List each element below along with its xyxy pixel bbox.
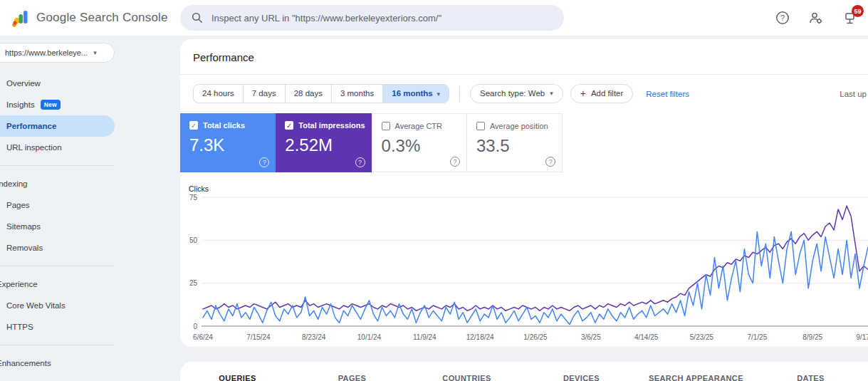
- url-inspect-search-bar[interactable]: [180, 5, 564, 31]
- svg-text:6/6/24: 6/6/24: [193, 333, 213, 341]
- plus-icon: +: [580, 85, 586, 103]
- app-logo: Google Search Console: [10, 8, 168, 28]
- sidebar-item-sitemaps[interactable]: Sitemaps: [0, 216, 121, 237]
- help-icon[interactable]: ?: [450, 157, 460, 167]
- sidebar-item-pages[interactable]: Pages: [0, 194, 121, 216]
- svg-text:5/23/25: 5/23/25: [690, 333, 714, 341]
- dimensions-table-card: QUERIES PAGES COUNTRIES DEVICES SEARCH A…: [180, 362, 868, 381]
- user-settings-icon: [808, 10, 824, 26]
- checkbox-unchecked-icon[interactable]: [476, 122, 485, 130]
- divider: [0, 165, 114, 166]
- notification-count-badge: 59: [852, 5, 864, 17]
- svg-text:1/26/25: 1/26/25: [523, 333, 548, 341]
- metric-tile-total-clicks[interactable]: ✓ Total clicks 7.3K ?: [180, 113, 276, 172]
- date-range-24-hours[interactable]: 24 hours: [194, 85, 243, 103]
- sidebar-item-amp[interactable]: AMP: [0, 374, 121, 381]
- filter-toolbar: 24 hours 7 days 28 days 3 months 16 mont…: [193, 84, 867, 103]
- y-axis-title: Clicks: [189, 184, 868, 193]
- divider: [0, 345, 114, 345]
- search-console-logo-icon: [10, 8, 30, 28]
- svg-text:7/1/25: 7/1/25: [747, 333, 767, 341]
- help-icon: ?: [775, 11, 790, 25]
- metric-value: 2.52M: [285, 135, 371, 155]
- divider: [180, 74, 868, 75]
- tab-pages[interactable]: PAGES: [295, 374, 409, 381]
- chevron-down-icon: ▾: [550, 85, 553, 103]
- metric-tile-average-ctr[interactable]: Average CTR 0.3% ?: [372, 113, 467, 172]
- sidebar-item-https[interactable]: HTTPS: [0, 316, 121, 338]
- svg-text:75: 75: [189, 194, 198, 202]
- sidebar: https://www.berkeleye... ▾ Overview Insi…: [0, 36, 180, 381]
- tab-countries[interactable]: COUNTRIES: [409, 374, 524, 381]
- metric-value: 0.3%: [382, 136, 466, 156]
- metric-value: 33.5: [476, 136, 562, 156]
- svg-text:11/9/24: 11/9/24: [413, 333, 436, 341]
- date-range-7-days[interactable]: 7 days: [243, 85, 285, 103]
- performance-panel: Performance 24 hours 7 days 28 days 3 mo…: [180, 39, 868, 347]
- metric-value: 7.3K: [189, 135, 276, 155]
- sidebar-item-core-web-vitals[interactable]: Core Web Vitals: [0, 295, 121, 316]
- metric-tile-average-position[interactable]: Average position 33.5 ?: [467, 113, 563, 172]
- performance-chart: Clicks 75502506/6/247/15/248/23/2410/1/2…: [180, 184, 868, 345]
- last-updated-text: Last up: [840, 90, 867, 98]
- checkbox-checked-icon[interactable]: ✓: [189, 121, 198, 130]
- property-selector[interactable]: https://www.berkeleye... ▾: [0, 43, 115, 63]
- user-settings-button[interactable]: [805, 6, 827, 29]
- add-filter-button[interactable]: + Add filter: [570, 84, 634, 103]
- svg-text:3/6/25: 3/6/25: [581, 333, 601, 341]
- svg-text:?: ?: [780, 14, 785, 22]
- checkbox-unchecked-icon[interactable]: [382, 122, 390, 130]
- tab-search-appearance[interactable]: SEARCH APPEARANCE: [639, 374, 753, 381]
- sidebar-section-experience: Experience: [0, 273, 121, 295]
- sidebar-item-insights[interactable]: Insights New: [0, 94, 121, 115]
- svg-text:9/17/25: 9/17/25: [856, 333, 868, 341]
- chevron-down-icon: ▾: [93, 49, 97, 56]
- search-type-dropdown[interactable]: Search type: Web ▾: [470, 84, 563, 103]
- date-range-16-months[interactable]: 16 months ▾: [382, 85, 449, 103]
- date-range-28-days[interactable]: 28 days: [285, 85, 331, 103]
- clicks-impressions-line-chart[interactable]: 75502506/6/247/15/248/23/2410/1/2411/9/2…: [180, 194, 868, 345]
- date-range-3-months[interactable]: 3 months: [331, 85, 382, 103]
- announcements-button[interactable]: 59: [838, 6, 861, 29]
- help-icon[interactable]: ?: [355, 157, 365, 167]
- svg-text:25: 25: [189, 279, 198, 287]
- svg-text:4/14/25: 4/14/25: [634, 333, 659, 341]
- svg-text:12/18/24: 12/18/24: [466, 333, 494, 341]
- search-icon: [192, 12, 203, 24]
- svg-text:10/1/24: 10/1/24: [357, 333, 382, 341]
- tab-devices[interactable]: DEVICES: [524, 374, 639, 381]
- app-title: Google Search Console: [36, 11, 168, 25]
- sidebar-item-overview[interactable]: Overview: [0, 73, 121, 94]
- sidebar-item-url-inspection[interactable]: URL inspection: [0, 137, 121, 158]
- help-icon[interactable]: ?: [545, 157, 555, 167]
- tab-dates[interactable]: DATES: [753, 374, 868, 381]
- sidebar-item-performance[interactable]: Performance: [0, 115, 115, 137]
- chevron-down-icon: ▾: [435, 90, 440, 98]
- date-range-segmented-control: 24 hours 7 days 28 days 3 months 16 mont…: [193, 84, 449, 103]
- checkbox-checked-icon[interactable]: ✓: [285, 121, 293, 130]
- help-icon[interactable]: ?: [259, 157, 269, 167]
- top-app-bar: Google Search Console ?: [0, 0, 868, 36]
- new-badge: New: [41, 100, 61, 110]
- tab-queries[interactable]: QUERIES: [180, 374, 295, 381]
- svg-text:50: 50: [189, 236, 198, 244]
- property-selector-label: https://www.berkeleye...: [5, 48, 88, 57]
- svg-text:8/23/24: 8/23/24: [302, 333, 326, 341]
- divider: [0, 266, 114, 266]
- reset-filters-link[interactable]: Reset filters: [646, 90, 689, 98]
- metric-tile-total-impressions[interactable]: ✓ Total impressions 2.52M ?: [276, 113, 371, 172]
- svg-text:7/15/24: 7/15/24: [246, 333, 271, 341]
- metric-tiles: ✓ Total clicks 7.3K ? ✓ Total impression…: [180, 113, 868, 172]
- sidebar-section-enhancements: Enhancements: [0, 353, 121, 374]
- dimension-tabs: QUERIES PAGES COUNTRIES DEVICES SEARCH A…: [180, 362, 868, 381]
- sidebar-item-removals[interactable]: Removals: [0, 237, 121, 259]
- url-inspect-input[interactable]: [211, 13, 553, 24]
- svg-text:0: 0: [193, 323, 197, 330]
- help-button[interactable]: ?: [771, 6, 794, 29]
- divider: [459, 87, 460, 101]
- sidebar-section-indexing: Indexing: [0, 173, 121, 194]
- page-title: Performance: [193, 51, 868, 63]
- svg-text:8/9/25: 8/9/25: [802, 333, 822, 341]
